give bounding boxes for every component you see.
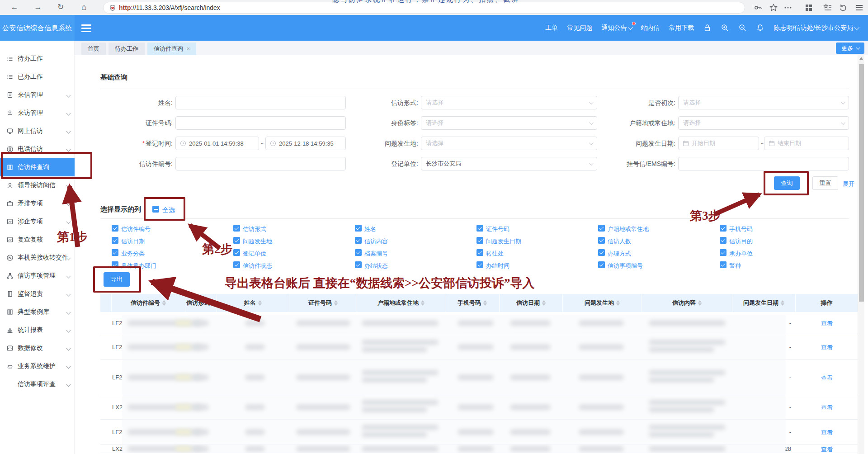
column-checkbox[interactable] (720, 249, 726, 256)
sidebar-item-13[interactable]: 信访事项管理 (0, 267, 75, 285)
zoom-out-icon[interactable] (738, 24, 747, 32)
zoom-in-icon[interactable] (721, 24, 729, 32)
column-checkbox[interactable] (598, 237, 605, 244)
table-header-户籍地或常住地[interactable]: 户籍地或常住地 (357, 294, 445, 312)
column-checkbox[interactable] (598, 249, 605, 256)
sidebar-item-9[interactable]: 矛排专项 (0, 194, 75, 213)
column-checkbox-label[interactable]: 承办单位 (729, 250, 753, 258)
table-header-信访形式[interactable]: 信访形式 (185, 294, 217, 312)
undo-restore-icon[interactable] (838, 3, 848, 13)
password-key-icon[interactable] (753, 3, 763, 13)
column-checkbox[interactable] (720, 237, 726, 244)
header-menu-item-5[interactable]: 常用下载 (669, 24, 694, 32)
insecure-shield-icon[interactable] (109, 5, 116, 12)
column-checkbox[interactable] (598, 225, 605, 232)
column-checkbox-label[interactable]: 办理方式 (608, 250, 631, 258)
column-checkbox-label[interactable]: 信访件状态 (243, 262, 272, 270)
header-menu-item-4[interactable]: 站内信 (641, 24, 660, 32)
sort-asc-icon[interactable] (483, 300, 487, 303)
browser-menu-icon[interactable] (854, 3, 864, 13)
sort-icons[interactable] (698, 300, 702, 306)
table-header-信访内容[interactable]: 信访内容 (642, 294, 732, 312)
query-button[interactable]: 查询 (774, 176, 800, 190)
column-checkbox-label[interactable]: 信访形式 (243, 225, 266, 233)
column-checkbox-label[interactable]: 问题发生地 (243, 237, 272, 246)
sort-desc-icon[interactable] (616, 303, 620, 306)
column-checkbox[interactable] (355, 225, 362, 232)
table-row[interactable]: LF2-查看 (100, 420, 858, 445)
column-checkbox[interactable] (233, 249, 240, 256)
sort-desc-icon[interactable] (334, 303, 338, 306)
column-checkbox[interactable] (355, 261, 362, 268)
column-checkbox[interactable] (476, 261, 483, 268)
column-checkbox[interactable] (476, 237, 483, 244)
sort-asc-icon[interactable] (162, 300, 166, 303)
sort-asc-icon[interactable] (698, 300, 702, 303)
column-checkbox[interactable] (355, 249, 362, 256)
sidebar-collapse-icon[interactable] (80, 23, 92, 33)
sort-asc-icon[interactable] (421, 300, 425, 303)
sort-desc-icon[interactable] (781, 303, 784, 306)
page-scrollbar[interactable] (858, 55, 864, 454)
more-tabs-button[interactable]: 更多 (836, 43, 864, 54)
view-link[interactable]: 查看 (796, 404, 858, 412)
column-checkbox-label[interactable]: 办结时间 (486, 262, 509, 270)
sidebar-item-12[interactable]: 本机关接收转交件 (0, 249, 75, 267)
sort-asc-icon[interactable] (334, 300, 338, 303)
tab-1[interactable]: 首页 (81, 43, 106, 55)
browser-reload-icon[interactable]: ↻ (55, 2, 66, 13)
column-checkbox[interactable] (112, 225, 118, 232)
table-row[interactable]: LF2-查看 (100, 334, 858, 360)
column-checkbox-label[interactable]: 登记单位 (243, 250, 266, 258)
column-checkbox[interactable] (476, 249, 483, 256)
table-header-信访日期[interactable]: 信访日期 (500, 294, 563, 312)
sort-asc-icon[interactable] (781, 300, 784, 303)
column-checkbox[interactable] (112, 237, 118, 244)
sort-desc-icon[interactable] (162, 303, 166, 306)
column-checkbox[interactable] (233, 225, 240, 232)
column-checkbox[interactable] (598, 261, 605, 268)
favorites-list-icon[interactable] (823, 3, 833, 13)
column-checkbox[interactable] (233, 261, 240, 268)
select-all-label[interactable]: 全选 (162, 206, 175, 214)
column-checkbox-label[interactable]: 办结状态 (364, 262, 388, 270)
sort-icons[interactable] (212, 300, 216, 306)
tab-2[interactable]: 待办工作 (108, 43, 145, 55)
header-menu-item-1[interactable]: 工单 (545, 24, 558, 32)
sidebar-item-8[interactable]: 领导接访阅信 (0, 176, 75, 194)
sidebar-item-15[interactable]: 典型案例库 (0, 303, 75, 321)
column-checkbox[interactable] (720, 225, 726, 232)
reset-button[interactable]: 重置 (812, 176, 838, 190)
column-checkbox-label[interactable]: 证件号码 (486, 225, 509, 233)
header-menu-item-2[interactable]: 常见问题 (567, 24, 592, 32)
column-checkbox[interactable] (355, 237, 362, 244)
column-checkbox-label[interactable]: 信访件编号 (121, 225, 151, 233)
sort-icons[interactable] (781, 300, 784, 306)
view-link[interactable]: 查看 (796, 429, 858, 437)
sort-asc-icon[interactable] (542, 300, 546, 303)
export-button[interactable]: 导出 (104, 272, 130, 287)
column-checkbox-label[interactable]: 信访日期 (121, 237, 145, 246)
户籍地或常住地-select[interactable]: 请选择 (678, 116, 849, 130)
browser-forward-icon[interactable]: → (33, 2, 43, 13)
column-checkbox[interactable] (112, 249, 118, 256)
登记时间-start-input[interactable]: 2025-01-01 14:59:38 (175, 137, 259, 150)
user-menu[interactable]: 陈志明/信访处/长沙市公安局 (774, 24, 858, 32)
table-row[interactable]: LX2-查看 (100, 395, 858, 420)
lock-icon[interactable] (703, 24, 712, 32)
table-header-问题发生地[interactable]: 问题发生地 (563, 294, 642, 312)
问题发生日期-end-input[interactable]: 结束日期 (764, 137, 849, 150)
table-row[interactable]: LF2-查看 (100, 360, 858, 395)
column-checkbox[interactable] (720, 261, 726, 268)
column-checkbox-label[interactable]: 姓名 (364, 225, 376, 233)
table-header-问题发生日期[interactable]: 问题发生日期 (732, 294, 796, 312)
sidebar-item-1[interactable]: 待办工作 (0, 50, 75, 68)
sort-icons[interactable] (483, 300, 487, 306)
column-checkbox-label[interactable]: 转往处 (486, 250, 504, 258)
sidebar-item-2[interactable]: 已办工作 (0, 68, 75, 86)
sidebar-item-17[interactable]: 数据修改 (0, 339, 75, 357)
sidebar-item-11[interactable]: 复查复核 (0, 231, 75, 249)
sort-desc-icon[interactable] (421, 303, 425, 306)
sort-desc-icon[interactable] (542, 303, 546, 306)
sort-desc-icon[interactable] (258, 303, 262, 306)
